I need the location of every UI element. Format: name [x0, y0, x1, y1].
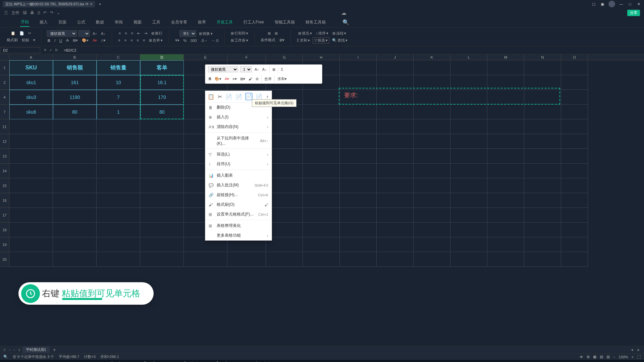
- view-page-icon[interactable]: ▤: [600, 355, 603, 359]
- ribbon-search-icon[interactable]: 🔍: [342, 19, 349, 25]
- view-normal-icon[interactable]: ▦: [593, 355, 596, 359]
- ribbon-tab-efficiency[interactable]: 效率: [197, 18, 207, 26]
- ctx-cut-icon[interactable]: ✂: [217, 93, 222, 100]
- ctx-paste-values-icon[interactable]: 📄: [235, 93, 243, 100]
- tab-refresh-icon[interactable]: ⟳: [86, 2, 89, 6]
- hscroll-right-icon[interactable]: ►: [636, 348, 641, 352]
- notification-icon[interactable]: ▣: [600, 1, 605, 7]
- filter-button[interactable]: ▽ 筛选▾: [313, 37, 329, 44]
- print-icon[interactable]: 🖶: [30, 10, 34, 15]
- view-grid-icon[interactable]: ⊞: [587, 355, 590, 359]
- menu-icon[interactable]: 三: [4, 10, 8, 16]
- cell-A2[interactable]: sku1: [9, 75, 53, 90]
- print-preview-icon[interactable]: ⎙: [38, 10, 40, 15]
- mini-fill-color-icon[interactable]: 🎨▾: [214, 76, 222, 82]
- bold-icon[interactable]: B: [46, 38, 52, 43]
- cell-C4[interactable]: 7: [97, 90, 140, 105]
- mini-clear-icon[interactable]: ⊘: [255, 76, 259, 82]
- row-header-2[interactable]: 2: [0, 75, 9, 90]
- cell-B7[interactable]: 80: [53, 105, 97, 119]
- view-reading-icon[interactable]: ▥: [606, 355, 610, 359]
- layout-icon[interactable]: ▢: [591, 1, 596, 7]
- table-style-icon[interactable]: ⊞: [273, 31, 279, 36]
- undo-icon[interactable]: ↶: [43, 10, 47, 15]
- new-tab-button[interactable]: +: [96, 2, 104, 6]
- col-header-D[interactable]: D: [140, 54, 184, 60]
- cell-J1[interactable]: [377, 60, 414, 75]
- sheet-nav-last-icon[interactable]: ›|: [17, 348, 21, 352]
- cell-D1[interactable]: 客单: [140, 60, 184, 75]
- mini-font-color-icon[interactable]: A▾: [224, 76, 230, 82]
- row-header-13[interactable]: 13: [0, 149, 9, 164]
- document-tab[interactable]: 定位.WPS上一键(00:01:59.791, 3590529.07).lsx …: [3, 1, 95, 7]
- close-tab-icon[interactable]: ×: [90, 2, 92, 6]
- percent-icon[interactable]: %: [182, 38, 188, 43]
- spreadsheet-grid[interactable]: A B C D E F G H I J K L M N O 1 SKU 销售额 …: [0, 54, 644, 346]
- row-header-14[interactable]: 14: [0, 164, 9, 178]
- formula-input[interactable]: [61, 48, 644, 53]
- rows-cols-button[interactable]: ⊞ 行和列▾: [229, 30, 250, 37]
- increase-font-icon[interactable]: A↑: [91, 31, 98, 36]
- ribbon-tab-home[interactable]: 开始: [20, 18, 30, 27]
- maximize-button[interactable]: □: [627, 1, 633, 7]
- zoom-level[interactable]: 100%: [619, 355, 628, 359]
- ribbon-tab-member[interactable]: 会员专享: [170, 18, 188, 26]
- ribbon-tab-smart[interactable]: 智能工具箱: [274, 18, 296, 26]
- row-header-19[interactable]: 19: [0, 237, 9, 252]
- ctx-sort[interactable]: ↕排序(U)›: [205, 159, 272, 169]
- clear-format-icon[interactable]: ◇▾: [100, 38, 107, 43]
- ctx-beautify-table[interactable]: ⊞表格整理美化: [205, 221, 272, 231]
- cell-D7[interactable]: 80: [140, 105, 184, 119]
- underline-icon[interactable]: U: [58, 38, 63, 43]
- style-dropdown-icon[interactable]: ⊞▾: [278, 37, 286, 43]
- font-family-select[interactable]: 微软雅黑: [47, 30, 77, 37]
- ctx-hyperlink[interactable]: 🔗超链接(H)...Ctrl+K: [205, 190, 272, 200]
- ctx-clear[interactable]: A↯清除内容(N)›: [205, 122, 272, 132]
- ctx-more-table[interactable]: 更多表格功能›: [205, 231, 272, 240]
- format-painter-button[interactable]: 格式刷: [5, 37, 19, 43]
- share-button[interactable]: 分享: [627, 10, 640, 16]
- font-color-icon[interactable]: A▾: [91, 38, 98, 43]
- sheet-nav-prev-icon[interactable]: ‹: [8, 348, 11, 352]
- cell-I1[interactable]: [340, 60, 377, 75]
- cell-style-icon[interactable]: ⊞: [266, 31, 272, 36]
- freeze-button[interactable]: ⊞ 冻结▾: [331, 30, 347, 37]
- mini-sum-button[interactable]: 求和▾: [277, 76, 287, 82]
- mini-align-icon[interactable]: ≡▾: [232, 76, 237, 82]
- row-header-11[interactable]: 11: [0, 119, 9, 134]
- zoom-out-button[interactable]: −: [613, 355, 615, 359]
- cut-icon[interactable]: ✂: [27, 31, 33, 36]
- ribbon-tab-view[interactable]: 视图: [133, 18, 142, 26]
- mini-increase-font-icon[interactable]: A↑: [254, 67, 260, 72]
- ctx-paste-visible-icon[interactable]: 📄: [245, 93, 253, 100]
- mini-font-size-select[interactable]: 16: [240, 66, 252, 72]
- col-header-E[interactable]: E: [184, 54, 227, 60]
- ribbon-tab-tools[interactable]: 工具: [152, 18, 161, 26]
- cell-C1[interactable]: 销售量: [97, 60, 140, 75]
- row-header-1[interactable]: 1: [0, 60, 9, 75]
- ribbon-tab-finance[interactable]: 财务工具箱: [305, 18, 326, 26]
- col-header-J[interactable]: J: [377, 54, 414, 60]
- clipboard-dropdown-icon[interactable]: ▾: [32, 37, 37, 43]
- cancel-formula-icon[interactable]: ✕: [44, 48, 47, 52]
- ctx-insert[interactable]: ⊕插入(I)›: [205, 112, 272, 122]
- cell-C2[interactable]: 10: [97, 75, 140, 90]
- col-header-N[interactable]: N: [524, 54, 561, 60]
- name-box[interactable]: [0, 47, 40, 53]
- number-format-select[interactable]: 常规: [179, 30, 196, 37]
- strikethrough-icon[interactable]: A̶: [65, 38, 70, 43]
- row-header-4[interactable]: 4: [0, 90, 9, 105]
- cell-L1[interactable]: [450, 60, 487, 75]
- mini-border-icon[interactable]: ⊞▾: [239, 76, 246, 82]
- align-center-icon[interactable]: ≡: [123, 38, 128, 43]
- zoom-in-button[interactable]: +: [632, 355, 634, 359]
- file-menu[interactable]: 文件: [11, 10, 19, 16]
- paste-icon[interactable]: 📄: [18, 31, 25, 36]
- row-header-17[interactable]: 17: [0, 208, 9, 223]
- sheet-nav-first-icon[interactable]: |‹: [3, 348, 7, 352]
- col-header-F[interactable]: F: [227, 54, 266, 60]
- cell-M1[interactable]: [487, 60, 524, 75]
- mini-sum-icon[interactable]: Σ: [280, 67, 284, 72]
- ctx-dropdown-pick[interactable]: 从下拉列表中选择(K)...Alt+↓: [205, 133, 272, 148]
- mini-font-family-select[interactable]: 微软雅黑: [208, 66, 238, 72]
